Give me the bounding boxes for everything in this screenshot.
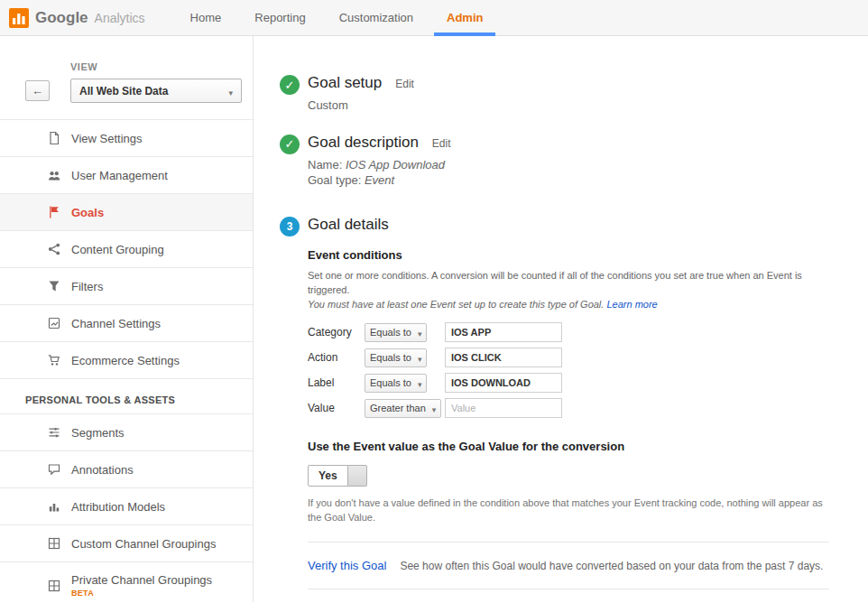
analytics-logo-icon [9,8,29,28]
chevron-down-icon [418,375,422,391]
toggle-yes-button[interactable]: Yes [308,465,348,487]
brand: Google Analytics [9,8,145,28]
speech-bubble-icon [47,462,61,477]
chevron-down-icon [432,400,437,416]
event-value-toggle[interactable]: Yes [308,465,367,487]
sidebar-item-private-channel-groupings[interactable]: Private Channel Groupings BETA [0,562,253,602]
goal-name-line: Name: IOS App Download [308,158,451,173]
step-goal-details: 3 Goal details Event conditions Set one … [280,216,843,602]
sidebar-item-annotations[interactable]: Annotations [0,451,253,488]
top-bar: Google Analytics Home Reporting Customiz… [0,0,868,36]
divider [308,589,829,589]
event-conditions-description: Set one or more conditions. A conversion… [308,269,829,312]
check-circle-icon [280,75,300,95]
view-selector-row: All Web Site Data [25,79,253,103]
label-operator-select[interactable]: Equals to [365,374,427,393]
bar-chart-icon [47,499,61,514]
event-conditions-table: Category Equals to Action Equals to [308,322,829,418]
sidebar-item-filters[interactable]: Filters [0,268,253,305]
chevron-down-icon [228,83,233,99]
nav-customization[interactable]: Customization [334,0,419,36]
value-value-input[interactable] [445,398,562,418]
verify-goal-link[interactable]: Verify this Goal [308,559,386,572]
goal-type-value: Event [365,173,394,187]
sidebar-item-user-management[interactable]: User Management [0,157,253,194]
step-goal-description: Goal description Edit Name: IOS App Down… [280,134,843,189]
sidebar-item-label: Channel Settings [71,317,161,330]
nav-admin[interactable]: Admin [441,0,488,36]
goal-name-label: Name: [308,158,342,172]
sidebar-item-segments[interactable]: Segments [0,414,253,451]
toggle-off-segment[interactable] [348,465,367,487]
chevron-down-icon [418,324,422,340]
sidebar-item-label: Custom Channel Groupings [71,537,216,551]
sidebar-item-label: Annotations [71,463,134,477]
users-icon [47,168,61,182]
action-row: Action Equals to [308,348,829,367]
back-button[interactable] [25,80,50,101]
step-number-circle: 3 [280,217,300,237]
value-operator-select[interactable]: Greater than [365,399,441,418]
goal-description-edit-link[interactable]: Edit [432,137,451,150]
operator-value: Equals to [370,352,411,363]
sliders-icon [47,425,61,440]
event-value-heading: Use the Event value as the Goal Value fo… [308,440,829,453]
goal-type-label: Goal type: [308,173,361,187]
brand-analytics: Analytics [95,11,145,25]
goal-setup-edit-link[interactable]: Edit [395,78,414,90]
category-value-input[interactable] [445,322,562,342]
category-operator-select[interactable]: Equals to [365,323,427,342]
cart-icon [47,353,61,367]
goal-type-line: Goal type: Event [308,173,451,189]
personal-tools-section-label: PERSONAL TOOLS & ASSETS [0,379,253,414]
sidebar: VIEW All Web Site Data View Settings Use… [0,36,254,602]
goal-wizard: Goal setup Edit Custom Goal description … [254,36,868,602]
ec-desc-line1: Set one or more conditions. A conversion… [308,269,829,298]
page-body: VIEW All Web Site Data View Settings Use… [0,36,868,602]
step-body: Goal setup Edit Custom [308,74,414,114]
sidebar-item-text: Private Channel Groupings [71,573,212,587]
operator-value: Equals to [370,377,411,388]
operator-value: Greater than [370,403,426,413]
goal-details-form: Event conditions Set one or more conditi… [308,248,829,602]
sidebar-item-content-grouping[interactable]: Content Grouping [0,231,253,268]
verify-description: See how often this Goal would have conve… [400,560,823,572]
sidebar-item-channel-settings[interactable]: Channel Settings [0,305,253,342]
nav-reporting[interactable]: Reporting [249,0,310,36]
label-value-input[interactable] [445,373,562,393]
sidebar-item-label: Private Channel Groupings BETA [71,573,212,598]
step-body: Goal details Event conditions Set one or… [308,216,829,602]
value-label: Value [308,402,365,414]
sidebar-item-goals[interactable]: Goals [0,194,253,231]
action-label: Action [308,351,365,364]
step-goal-setup: Goal setup Edit Custom [280,74,843,114]
action-value-input[interactable] [445,348,562,367]
event-conditions-heading: Event conditions [308,248,829,262]
sidebar-item-custom-channel-groupings[interactable]: Custom Channel Groupings [0,525,253,562]
sidebar-item-ecommerce-settings[interactable]: Ecommerce Settings [0,342,253,379]
goal-description-title: Goal description [308,134,419,152]
funnel-icon [47,279,61,293]
sidebar-item-label: User Management [71,169,168,182]
value-row: Value Greater than [308,398,829,418]
operator-value: Equals to [370,327,411,338]
view-selector-value: All Web Site Data [79,85,168,97]
sidebar-item-label: Ecommerce Settings [71,354,180,367]
goal-setup-value: Custom [308,98,414,114]
brand-google: Google [35,9,88,27]
goal-details-title: Goal details [308,216,389,234]
action-operator-select[interactable]: Equals to [365,348,427,367]
view-section-label: VIEW [70,61,253,72]
sidebar-item-attribution-models[interactable]: Attribution Models [0,488,253,525]
sidebar-menu: View Settings User Management Goals Cont… [0,119,253,602]
sidebar-item-label: Content Grouping [71,243,164,256]
nav-home[interactable]: Home [185,0,227,36]
category-label: Category [308,326,365,339]
content-grouping-icon [47,242,61,256]
view-selector-dropdown[interactable]: All Web Site Data [70,79,242,103]
back-arrow-icon [32,84,43,97]
learn-more-link[interactable]: Learn more [606,299,657,310]
beta-badge: BETA [71,589,212,598]
channel-icon [47,316,61,330]
sidebar-item-view-settings[interactable]: View Settings [0,120,253,157]
